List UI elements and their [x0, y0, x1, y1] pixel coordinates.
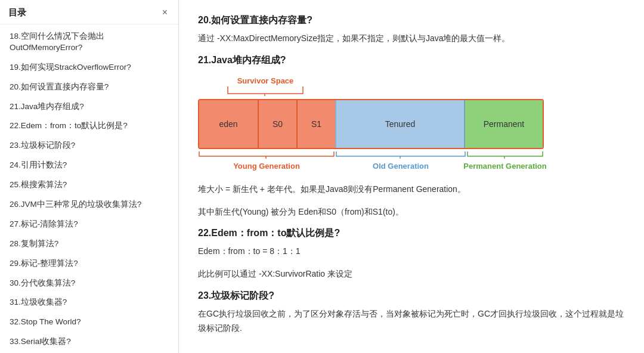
brace-old: Old Generation — [335, 150, 466, 171]
boxes-row: eden S0 S1 Tenured Permanent — [198, 99, 544, 149]
main-content: 20.如何设置直接内存容量? 通过 -XX:MaxDirectMemorySiz… — [179, 0, 644, 353]
section-23: 23.垃圾标记阶段? 在GC执行垃圾回收之前，为了区分对象存活与否，当对象被标记… — [198, 290, 625, 336]
survivor-space-brace: Survivor Space — [227, 76, 304, 96]
sidebar-item-item-20[interactable]: 20.如何设置直接内存容量? — [0, 78, 178, 97]
box-eden: eden — [199, 100, 259, 148]
braces-bottom: Young Generation Old Generation — [198, 150, 544, 171]
section-23-text: 在GC执行垃圾回收之前，为了区分对象存活与否，当对象被标记为死亡时，GC才回执行… — [198, 307, 625, 336]
section-22-text2: 此比例可以通过 -XX:SurvivorRatio 来设定 — [198, 267, 625, 281]
sidebar-nav: 18.空间什么情况下会抛出OutOfMemoryError?19.如何实现Str… — [0, 24, 178, 353]
sidebar-item-item-27[interactable]: 27.标记-清除算法? — [0, 215, 178, 234]
sidebar-item-item-31[interactable]: 31.垃圾收集器? — [0, 293, 178, 312]
box-s0: S0 — [259, 100, 298, 148]
sidebar-item-item-21[interactable]: 21.Java堆内存组成? — [0, 97, 178, 117]
sidebar-close-button[interactable]: × — [160, 6, 170, 19]
sidebar-item-item-29[interactable]: 29.标记-整理算法? — [0, 254, 178, 274]
sidebar-item-item-33[interactable]: 33.Serial收集器? — [0, 332, 178, 352]
sidebar-item-item-26[interactable]: 26.JVM中三种常见的垃圾收集算法? — [0, 195, 178, 215]
sidebar-item-item-23[interactable]: 23.垃圾标记阶段? — [0, 136, 178, 156]
section-20: 20.如何设置直接内存容量? 通过 -XX:MaxDirectMemorySiz… — [198, 14, 625, 46]
section-22: 22.Edem：from：to默认比例是? Edem：from：to = 8：1… — [198, 227, 625, 281]
box-s1: S1 — [298, 100, 336, 148]
sidebar-item-item-30[interactable]: 30.分代收集算法? — [0, 274, 178, 293]
sidebar: 目录 × 18.空间什么情况下会抛出OutOfMemoryError?19.如何… — [0, 0, 179, 353]
young-generation-label: Young Generation — [233, 162, 300, 171]
sidebar-header: 目录 × — [0, 0, 178, 24]
box-tenured: Tenured — [336, 100, 465, 148]
survivor-space-label: Survivor Space — [237, 76, 294, 85]
section-20-title: 20.如何设置直接内存容量? — [198, 14, 625, 27]
perm-brace-svg — [466, 150, 544, 161]
sidebar-item-item-22[interactable]: 22.Edem：from：to默认比例是? — [0, 116, 178, 136]
old-generation-label: Old Generation — [373, 162, 429, 171]
sidebar-item-item-24[interactable]: 24.引用计数法? — [0, 156, 178, 175]
sidebar-item-item-18[interactable]: 18.空间什么情况下会抛出OutOfMemoryError? — [0, 27, 178, 58]
section-21-text1: 堆大小 = 新生代 + 老年代。如果是Java8则没有Permanent Gen… — [198, 182, 625, 197]
sidebar-item-item-25[interactable]: 25.根搜索算法? — [0, 175, 178, 195]
section-20-text: 通过 -XX:MaxDirectMemorySize指定，如果不指定，则默认与J… — [198, 32, 625, 46]
sidebar-title: 目录 — [8, 7, 26, 18]
young-brace-svg — [198, 150, 335, 161]
section-23-title: 23.垃圾标记阶段? — [198, 290, 625, 302]
permanent-generation-label: Permanent Generation — [463, 162, 546, 171]
sidebar-item-item-19[interactable]: 19.如何实现StrackOverflowError? — [0, 58, 178, 78]
box-permanent: Permanent — [465, 100, 543, 148]
diagram-wrapper: Survivor Space eden S0 S1 — [198, 76, 544, 171]
heap-diagram: Survivor Space eden S0 S1 — [198, 76, 625, 171]
sidebar-item-item-32[interactable]: 32.Stop The World? — [0, 312, 178, 332]
section-21: 21.Java堆内存组成? Survivor Space eden — [198, 54, 625, 219]
section-21-title: 21.Java堆内存组成? — [198, 54, 625, 67]
sidebar-item-item-28[interactable]: 28.复制算法? — [0, 234, 178, 254]
brace-perm: Permanent Generation — [466, 150, 544, 171]
survivor-brace-svg — [227, 85, 304, 96]
brace-young: Young Generation — [198, 150, 335, 171]
section-22-title: 22.Edem：from：to默认比例是? — [198, 227, 625, 240]
old-brace-svg — [335, 150, 466, 161]
section-21-text2: 其中新生代(Young) 被分为 Eden和S0（from)和S1(to)。 — [198, 205, 625, 219]
section-22-text1: Edem：from：to = 8：1：1 — [198, 244, 625, 259]
